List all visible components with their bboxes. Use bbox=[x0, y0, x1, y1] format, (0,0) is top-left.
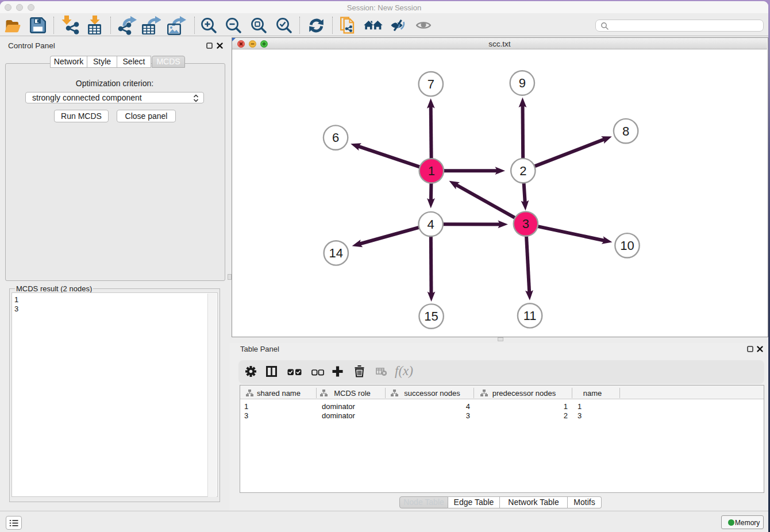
svg-text:2: 2 bbox=[519, 164, 526, 178]
svg-text:6: 6 bbox=[332, 130, 339, 145]
svg-text:4: 4 bbox=[428, 217, 434, 232]
svg-text:8: 8 bbox=[622, 124, 629, 138]
svg-text:14: 14 bbox=[329, 246, 343, 260]
svg-text:10: 10 bbox=[620, 238, 634, 253]
svg-text:7: 7 bbox=[428, 77, 434, 91]
svg-text:15: 15 bbox=[424, 309, 438, 323]
svg-text:9: 9 bbox=[519, 76, 526, 90]
svg-text:3: 3 bbox=[522, 217, 529, 231]
svg-text:11: 11 bbox=[523, 309, 537, 323]
svg-text:1: 1 bbox=[428, 164, 435, 178]
